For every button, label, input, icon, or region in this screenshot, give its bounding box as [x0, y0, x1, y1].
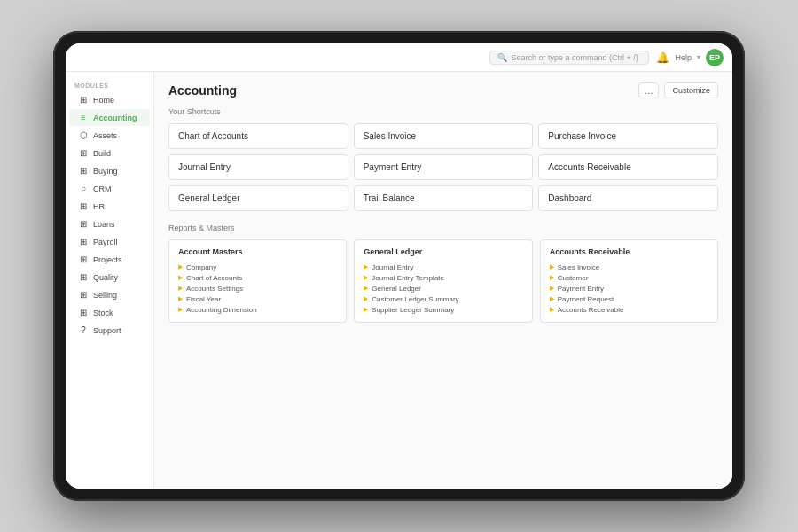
reports-grid: Account Masters ▶ Company ▶ Chart of Acc… — [168, 239, 718, 323]
arrow-icon: ▶ — [364, 263, 368, 270]
sidebar-item-buying[interactable]: ⊞ Buying — [69, 162, 150, 179]
report-item-label: Payment Entry — [558, 285, 604, 293]
shortcut-purchase-invoice[interactable]: Purchase Invoice — [538, 123, 718, 149]
sidebar-item-home[interactable]: ⊞ Home — [69, 91, 150, 108]
shortcut-trail-balance[interactable]: Trail Balance — [354, 185, 534, 211]
help-label[interactable]: Help — [675, 53, 692, 62]
sidebar-item-payroll[interactable]: ⊞ Payroll — [69, 233, 150, 250]
report-item-label: Customer Ledger Summary — [372, 295, 458, 303]
sidebar-item-label: Support — [93, 326, 121, 335]
customize-button[interactable]: Customize — [664, 82, 718, 98]
arrow-icon: ▶ — [364, 306, 368, 313]
shortcut-chart-of-accounts[interactable]: Chart of Accounts — [168, 123, 348, 149]
report-item-company[interactable]: ▶ Company — [178, 262, 337, 272]
bell-icon[interactable]: 🔔 — [656, 51, 669, 64]
sidebar-item-label: Projects — [93, 255, 122, 264]
sidebar-item-label: Accounting — [93, 113, 137, 122]
report-item-journal-entry[interactable]: ▶ Journal Entry — [364, 262, 522, 272]
arrow-icon: ▶ — [178, 285, 183, 292]
arrow-icon: ▶ — [550, 274, 554, 281]
sidebar-item-label: Quality — [93, 273, 118, 282]
arrow-icon: ▶ — [178, 263, 183, 270]
report-item-label: Customer — [558, 274, 589, 282]
sidebar-item-hr[interactable]: ⊞ HR — [69, 198, 150, 215]
sidebar-item-crm[interactable]: ○ CRM — [69, 180, 150, 197]
sidebar: MODULES ⊞ Home ≡ Accounting ⬡ Assets ⊞ B… — [66, 72, 154, 489]
report-item-chart-of-accounts[interactable]: ▶ Chart of Accounts — [178, 272, 337, 283]
report-item-customer-ledger-summary[interactable]: ▶ Customer Ledger Summary — [364, 293, 522, 304]
report-item-payment-request[interactable]: ▶ Payment Request — [550, 293, 708, 304]
sidebar-item-assets[interactable]: ⬡ Assets — [69, 127, 150, 144]
dropdown-icon: ▾ — [697, 53, 700, 61]
reports-title: Reports & Masters — [168, 223, 718, 232]
sidebar-item-loans[interactable]: ⊞ Loans — [69, 215, 150, 232]
report-item-customer[interactable]: ▶ Customer — [550, 272, 708, 283]
report-item-sales-invoice[interactable]: ▶ Sales Invoice — [550, 262, 708, 272]
user-avatar[interactable]: EP — [706, 49, 724, 66]
crm-icon: ○ — [78, 184, 89, 193]
report-item-label: Accounting Dimension — [186, 306, 257, 314]
content-area: Accounting ... Customize Your Shortcuts … — [154, 72, 732, 489]
sidebar-item-label: Home — [93, 96, 114, 105]
buying-icon: ⊞ — [78, 166, 89, 176]
shortcuts-title: Your Shortcuts — [168, 107, 718, 116]
arrow-icon: ▶ — [550, 306, 554, 313]
shortcut-sales-invoice[interactable]: Sales Invoice — [354, 123, 534, 149]
arrow-icon: ▶ — [550, 285, 554, 292]
search-bar[interactable]: 🔍 Search or type a command (Ctrl + /) — [489, 51, 649, 65]
header-actions: ... Customize — [638, 82, 718, 98]
arrow-icon: ▶ — [178, 295, 183, 302]
shortcut-journal-entry[interactable]: Journal Entry — [168, 154, 348, 180]
report-card-account-masters: Account Masters ▶ Company ▶ Chart of Acc… — [168, 239, 347, 323]
tablet-frame: 🔍 Search or type a command (Ctrl + /) 🔔 … — [53, 31, 745, 501]
report-item-label: Journal Entry Template — [372, 274, 444, 282]
shortcut-general-ledger[interactable]: General Ledger — [168, 185, 348, 211]
report-item-fiscal-year[interactable]: ▶ Fiscal Year — [178, 293, 337, 304]
page-header: Accounting ... Customize — [168, 82, 718, 98]
sidebar-item-label: Selling — [93, 291, 117, 300]
report-item-label: Supplier Ledger Summary — [372, 306, 454, 314]
arrow-icon: ▶ — [364, 285, 368, 292]
report-item-general-ledger[interactable]: ▶ General Ledger — [364, 283, 522, 293]
sidebar-item-accounting[interactable]: ≡ Accounting — [69, 109, 150, 126]
report-item-accounts-settings[interactable]: ▶ Accounts Settings — [178, 283, 337, 293]
assets-icon: ⬡ — [78, 130, 89, 140]
shortcut-accounts-receivable[interactable]: Accounts Receivable — [538, 154, 718, 180]
reports-section: Reports & Masters Account Masters ▶ Comp… — [168, 223, 718, 323]
sidebar-item-stock[interactable]: ⊞ Stock — [69, 304, 150, 321]
report-item-label: Sales Invoice — [558, 263, 600, 271]
accounting-icon: ≡ — [78, 113, 89, 122]
arrow-icon: ▶ — [550, 295, 554, 302]
shortcut-payment-entry[interactable]: Payment Entry — [354, 154, 534, 180]
report-card-general-ledger: General Ledger ▶ Journal Entry ▶ Journal… — [354, 239, 532, 323]
sidebar-item-selling[interactable]: ⊞ Selling — [69, 286, 150, 303]
report-item-label: Payment Request — [558, 295, 614, 303]
arrow-icon: ▶ — [178, 306, 183, 313]
projects-icon: ⊞ — [78, 254, 89, 264]
sidebar-item-label: Payroll — [93, 238, 118, 246]
sidebar-item-label: HR — [93, 202, 105, 211]
arrow-icon: ▶ — [550, 263, 554, 270]
quality-icon: ⊞ — [78, 272, 89, 282]
sidebar-item-support[interactable]: ? Support — [69, 322, 150, 339]
search-placeholder: Search or type a command (Ctrl + /) — [511, 53, 638, 62]
more-options-button[interactable]: ... — [638, 82, 659, 98]
report-item-accounting-dimension[interactable]: ▶ Accounting Dimension — [178, 304, 337, 315]
shortcut-dashboard[interactable]: Dashboard — [538, 185, 718, 211]
build-icon: ⊞ — [78, 148, 89, 158]
sidebar-item-projects[interactable]: ⊞ Projects — [69, 251, 150, 268]
shortcuts-section: Your Shortcuts Chart of Accounts Sales I… — [168, 107, 718, 211]
stock-icon: ⊞ — [78, 308, 89, 317]
shortcuts-grid: Chart of Accounts Sales Invoice Purchase… — [168, 123, 718, 211]
sidebar-item-label: Build — [93, 149, 111, 158]
sidebar-item-build[interactable]: ⊞ Build — [69, 145, 150, 161]
payroll-icon: ⊞ — [78, 237, 89, 246]
report-item-journal-entry-template[interactable]: ▶ Journal Entry Template — [364, 272, 522, 283]
report-item-accounts-receivable[interactable]: ▶ Accounts Receivable — [550, 304, 708, 315]
sidebar-item-quality[interactable]: ⊞ Quality — [69, 269, 150, 286]
report-item-supplier-ledger-summary[interactable]: ▶ Supplier Ledger Summary — [364, 304, 522, 315]
search-icon: 🔍 — [497, 53, 507, 62]
report-item-label: Fiscal Year — [186, 295, 221, 303]
report-item-payment-entry[interactable]: ▶ Payment Entry — [550, 283, 708, 293]
report-item-label: Chart of Accounts — [186, 274, 242, 282]
